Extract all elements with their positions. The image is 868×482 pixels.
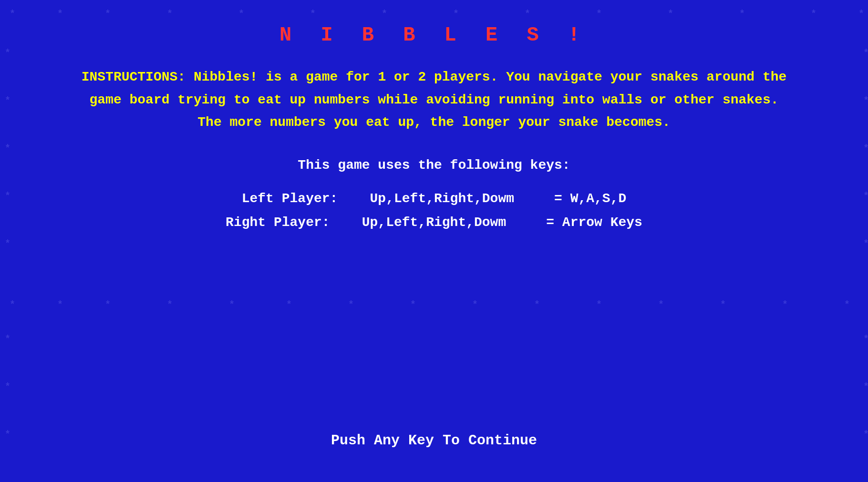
game-title: N I B B L E S ! [279,24,589,47]
star-decoration: * [286,299,292,310]
right-player-binding: = Arrow Keys [546,215,642,230]
star-decoration: * [863,334,868,345]
left-player-binding: = W,A,S,D [554,191,626,206]
star-decoration: * [534,299,540,310]
right-player-label: Right Player: [226,215,330,230]
star-decoration: * [472,299,478,310]
keys-section: This game uses the following keys: Left … [226,158,642,235]
instructions-text: INSTRUCTIONS: Nibbles! is a game for 1 o… [76,66,792,134]
star-decoration: * [782,299,788,310]
star-decoration: * [863,381,868,392]
star-decoration: * [863,429,868,440]
star-decoration: * [720,299,726,310]
left-player-label: Left Player: [242,191,338,206]
star-decoration: * [5,381,10,392]
star-decoration: * [5,334,10,345]
left-player-row: Left Player: Up,Left,Right,Dowm = W,A,S,… [226,187,642,211]
continue-prompt[interactable]: Push Any Key To Continue [331,432,537,449]
instructions-body: Nibbles! is a game for 1 or 2 players. Y… [89,70,786,130]
instructions-block: INSTRUCTIONS: Nibbles! is a game for 1 o… [76,66,792,134]
star-decoration: * [229,299,235,310]
star-decoration: * [167,299,173,310]
star-decoration: * [596,299,602,310]
star-decoration: * [410,299,416,310]
star-decoration: * [658,299,664,310]
star-decoration: * [5,429,10,440]
star-decoration: * [10,299,15,310]
star-decoration: * [348,299,354,310]
main-content: N I B B L E S ! INSTRUCTIONS: Nibbles! i… [0,0,868,245]
star-decoration: * [57,299,63,310]
star-decoration: * [844,299,850,310]
keys-heading: This game uses the following keys: [226,158,642,173]
star-decoration: * [105,299,111,310]
instructions-label: INSTRUCTIONS: [82,70,186,84]
right-player-row: Right Player: Up,Left,Right,Dowm = Arrow… [226,211,642,235]
left-player-keys: Up,Left,Right,Dowm [370,191,514,206]
right-player-keys: Up,Left,Right,Dowm [362,215,506,230]
